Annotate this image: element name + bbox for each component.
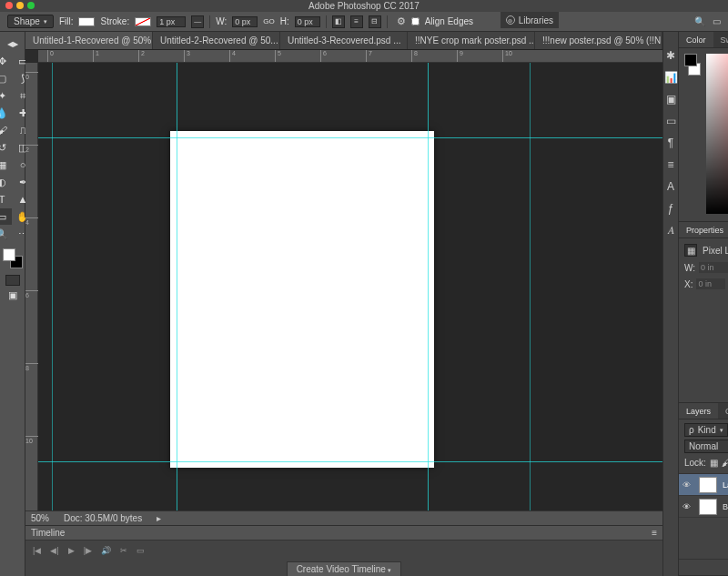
doc-info[interactable]: Doc: 30.5M/0 bytes — [64, 513, 142, 523]
stroke-label: Stroke: — [100, 16, 129, 26]
transition-icon[interactable]: ▭ — [136, 546, 145, 555]
stroke-type-dropdown[interactable]: — — [191, 15, 204, 28]
height-input[interactable] — [295, 16, 320, 27]
layer-name[interactable]: Background — [723, 502, 728, 511]
lock-pixel-icon[interactable]: 🖌 — [722, 458, 728, 468]
paragraph-panel-icon[interactable]: ¶ — [663, 136, 678, 150]
foreground-color[interactable] — [3, 248, 15, 261]
document-tab[interactable]: Untitled-1-Recovered @ 50% (Layer 1, CMY… — [25, 32, 153, 49]
character-panel-icon[interactable]: A — [663, 179, 678, 194]
channels-tab[interactable]: Channels — [718, 403, 728, 419]
arrange-icon[interactable]: ⊟ — [369, 15, 381, 28]
zoom-tool-icon[interactable]: 🔍 — [0, 226, 12, 242]
screen-mode-icon[interactable]: ▣ — [3, 287, 23, 303]
layers-tab[interactable]: Layers — [679, 403, 718, 419]
document-tab[interactable]: !!!new poster.psd @ 50% (!!N...× — [535, 32, 662, 49]
minimize-window-icon[interactable] — [16, 2, 24, 9]
layer-thumbnail[interactable] — [699, 499, 717, 515]
history-panel-icon[interactable]: ✱ — [663, 48, 678, 63]
filter-kind-dropdown[interactable]: ρKind▾ — [684, 423, 728, 437]
quick-mask-icon[interactable] — [5, 275, 20, 286]
split-icon[interactable]: ✂ — [120, 546, 127, 555]
guide[interactable] — [530, 63, 531, 510]
fill-swatch[interactable] — [78, 17, 95, 26]
stroke-swatch[interactable] — [135, 17, 151, 26]
next-frame-icon[interactable]: |▶ — [84, 546, 92, 555]
canvas[interactable] — [38, 63, 662, 510]
marquee-tool-icon[interactable]: ▢ — [0, 70, 12, 86]
rectangle-tool-icon[interactable]: ▭ — [0, 208, 12, 225]
swatches-tab[interactable]: Swatches — [713, 32, 728, 47]
visibility-icon[interactable]: 👁 — [682, 502, 693, 511]
stroke-width-input[interactable] — [157, 16, 186, 27]
collapse-icon[interactable]: ◀▶ — [3, 35, 23, 52]
foreground-background-swatch[interactable] — [3, 248, 23, 268]
actions-panel-icon[interactable]: ▭ — [663, 114, 678, 128]
move-tool-icon[interactable]: ✥ — [0, 53, 12, 69]
color-tab[interactable]: Color — [679, 32, 713, 47]
document-tab[interactable]: Untitled-3-Recovered.psd ...× — [280, 32, 408, 49]
width-input[interactable] — [232, 16, 258, 27]
brushes-panel-icon[interactable]: ▣ — [663, 92, 678, 106]
artboard[interactable] — [170, 131, 434, 468]
maximize-window-icon[interactable] — [27, 2, 35, 9]
history-brush-tool-icon[interactable]: ↺ — [0, 139, 12, 156]
document-tab[interactable]: Untitled-2-Recovered @ 50...× — [153, 32, 280, 49]
color-swatch-pair[interactable] — [684, 54, 701, 76]
gradient-tool-icon[interactable]: ▦ — [0, 157, 12, 173]
quick-select-tool-icon[interactable]: ✦ — [0, 87, 12, 104]
libraries-collapsed-tab[interactable]: ⊚ Libraries — [500, 12, 559, 28]
document-tab[interactable]: !!NYE crop mark poster.psd ...× — [408, 32, 535, 49]
guide[interactable] — [52, 63, 53, 510]
layer-row[interactable]: 👁 Background 🔒 — [679, 496, 728, 518]
foreground-color-swatch[interactable] — [684, 54, 697, 66]
align-icon[interactable]: ≡ — [350, 15, 363, 28]
path-ops-icon[interactable]: ◧ — [332, 15, 345, 28]
info-panel-icon[interactable]: 📊 — [663, 70, 678, 85]
prop-width-input[interactable] — [699, 262, 728, 273]
guide[interactable] — [38, 461, 662, 462]
workspace-icon[interactable]: ▭ — [713, 16, 721, 26]
search-icon[interactable]: 🔍 — [694, 16, 705, 26]
color-field[interactable] — [706, 54, 728, 214]
link-wh-icon[interactable]: GO — [263, 17, 274, 25]
horizontal-ruler[interactable]: 0 1 2 3 4 5 6 7 8 9 10 — [38, 50, 662, 63]
char-styles-panel-icon[interactable]: 𝐴 — [663, 223, 678, 237]
styles-panel-icon[interactable]: ≡ — [663, 157, 678, 172]
layer-thumbnail[interactable] — [699, 477, 717, 493]
vertical-ruler[interactable]: 0 2 4 6 8 10 — [25, 63, 38, 510]
align-edges-checkbox[interactable] — [411, 17, 420, 25]
status-arrow-icon[interactable]: ▸ — [157, 513, 161, 523]
app-title: Adobe Photoshop CC 2017 — [308, 1, 420, 11]
type-tool-icon[interactable]: T — [0, 191, 12, 207]
play-icon[interactable]: ▶ — [68, 546, 75, 555]
window-controls[interactable] — [5, 2, 35, 9]
right-panels: Color Swatches ≡ Properties Adjustments … — [678, 32, 728, 576]
lock-trans-icon[interactable]: ▦ — [710, 458, 718, 468]
zoom-level[interactable]: 50% — [31, 513, 49, 523]
prop-x-input[interactable] — [696, 278, 725, 289]
blend-mode-dropdown[interactable]: Normal▾ — [684, 440, 728, 453]
glyphs-panel-icon[interactable]: ƒ — [663, 201, 678, 216]
create-video-timeline-button[interactable]: Create Video Timeline ▾ — [287, 561, 402, 577]
layer-name[interactable]: Layer 1 — [723, 480, 728, 490]
first-frame-icon[interactable]: |◀ — [33, 546, 41, 555]
eyedropper-tool-icon[interactable]: 💧 — [0, 105, 12, 121]
properties-tab[interactable]: Properties — [679, 222, 728, 237]
panel-menu-icon[interactable]: ≡ — [652, 528, 657, 538]
timeline-title[interactable]: Timeline — [31, 528, 65, 538]
shape-options-gear-icon[interactable]: ⚙ — [397, 15, 406, 27]
dodge-tool-icon[interactable]: ◐ — [0, 174, 12, 190]
tool-mode-dropdown[interactable]: Shape▾ — [7, 15, 54, 28]
guide[interactable] — [428, 63, 429, 510]
guide[interactable] — [38, 137, 662, 138]
timeline-panel: Timeline ≡ |◀ ◀| ▶ |▶ 🔊 ✂ ▭ Create Video… — [25, 525, 662, 576]
prev-frame-icon[interactable]: ◀| — [50, 546, 58, 555]
brush-tool-icon[interactable]: 🖌 — [0, 122, 12, 138]
audio-icon[interactable]: 🔊 — [101, 546, 111, 555]
collapsed-panel-dock: ✱ 📊 ▣ ▭ ¶ ≡ A ƒ 𝐴 — [662, 32, 678, 576]
close-window-icon[interactable] — [5, 2, 13, 9]
guide[interactable] — [177, 63, 177, 510]
visibility-icon[interactable]: 👁 — [682, 480, 693, 490]
layer-row[interactable]: 👁 Layer 1 — [679, 474, 728, 496]
